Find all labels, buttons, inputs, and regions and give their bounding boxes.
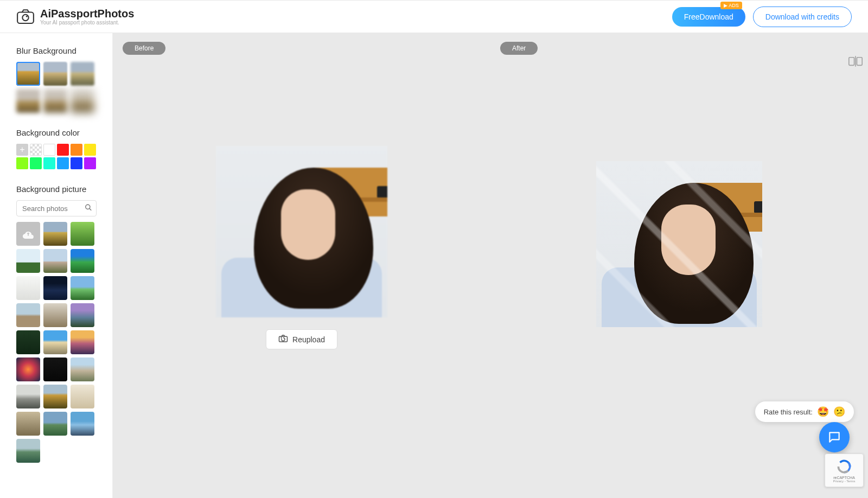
- header-actions: FreeDownload ▶ ADS Download with credits: [672, 7, 852, 27]
- bg-picture-title: Background picture: [16, 184, 104, 194]
- bg-pic-1[interactable]: [43, 222, 67, 246]
- blur-level-5[interactable]: [43, 89, 67, 113]
- bg-pic-16[interactable]: [43, 357, 67, 381]
- blur-level-4[interactable]: [16, 89, 40, 113]
- search-box: [16, 200, 97, 216]
- download-credits-button[interactable]: Download with credits: [753, 7, 852, 27]
- blur-level-2[interactable]: [43, 62, 67, 86]
- bg-pic-10[interactable]: [43, 303, 67, 327]
- blur-level-3[interactable]: [71, 62, 94, 86]
- header: AiPassportPhotos Your AI passport photo …: [0, 0, 868, 33]
- bg-pic-18[interactable]: [16, 385, 40, 408]
- bg-pic-4[interactable]: [43, 249, 67, 273]
- reupload-button[interactable]: Reupload: [266, 329, 337, 349]
- bg-pic-5[interactable]: [71, 249, 94, 273]
- bg-pic-22[interactable]: [43, 412, 67, 436]
- recaptcha-label: reCAPTCHA: [833, 476, 855, 480]
- color-green[interactable]: [30, 157, 42, 169]
- rate-result-bubble: Rate this result: 🤩 😕: [755, 401, 854, 422]
- bg-pic-6[interactable]: [16, 276, 40, 300]
- svg-point-2: [26, 15, 28, 17]
- camera-reload-icon: [278, 334, 288, 344]
- section-bg-picture: Background picture: [16, 184, 104, 463]
- free-download-label: FreeDownload: [684, 12, 733, 21]
- rate-text: Rate this result:: [764, 408, 813, 416]
- logo-subtitle: Your AI passport photo assistant.: [40, 20, 134, 25]
- svg-rect-0: [17, 12, 34, 23]
- color-sky[interactable]: [57, 157, 69, 169]
- reupload-label: Reupload: [292, 335, 325, 344]
- color-white[interactable]: [43, 144, 55, 156]
- color-transparent[interactable]: [30, 144, 42, 156]
- chat-button[interactable]: [819, 422, 850, 452]
- section-blur-bg: Blur Background: [16, 46, 104, 113]
- color-red[interactable]: [57, 144, 69, 156]
- before-image: [216, 146, 387, 317]
- recaptcha-sublabel: Privacy - Terms: [833, 480, 855, 483]
- bg-pic-2[interactable]: [71, 222, 94, 246]
- bg-pic-7[interactable]: [43, 276, 67, 300]
- bg-pic-9[interactable]: [16, 303, 40, 327]
- color-yellow[interactable]: [84, 144, 96, 156]
- blur-level-6[interactable]: [71, 89, 94, 113]
- color-cyan[interactable]: [43, 157, 55, 169]
- ads-badge: ▶ ADS: [720, 2, 742, 9]
- bg-pic-15[interactable]: [16, 357, 40, 381]
- free-download-button[interactable]: FreeDownload ▶ ADS: [672, 7, 745, 27]
- panel-before: Before: [113, 33, 490, 498]
- bg-pic-23[interactable]: [71, 412, 94, 436]
- color-blue[interactable]: [71, 157, 82, 169]
- blur-bg-title: Blur Background: [16, 46, 104, 55]
- bg-pic-17[interactable]: [71, 357, 94, 381]
- rate-good-emoji[interactable]: 🤩: [817, 406, 829, 418]
- color-purple[interactable]: [84, 157, 96, 169]
- bg-pic-14[interactable]: [71, 330, 94, 354]
- logo-title: AiPassportPhotos: [40, 8, 134, 20]
- rate-bad-emoji[interactable]: 😕: [833, 406, 845, 418]
- search-input[interactable]: [16, 200, 97, 216]
- ads-badge-text: ADS: [729, 3, 739, 8]
- color-add-button[interactable]: +: [16, 144, 28, 156]
- blur-level-1[interactable]: [16, 62, 40, 86]
- bg-pic-20[interactable]: [71, 385, 94, 408]
- bg-pic-3[interactable]: [16, 249, 40, 273]
- bg-pic-19[interactable]: [43, 385, 67, 408]
- section-bg-color: Background color +: [16, 128, 104, 169]
- logo[interactable]: AiPassportPhotos Your AI passport photo …: [16, 8, 134, 25]
- bg-pic-12[interactable]: [16, 330, 40, 354]
- after-label: After: [500, 42, 538, 55]
- bg-pic-upload[interactable]: [16, 222, 40, 246]
- camera-icon: [16, 9, 35, 25]
- color-orange[interactable]: [71, 144, 82, 156]
- recaptcha-badge[interactable]: reCAPTCHA Privacy - Terms: [825, 454, 864, 487]
- before-label: Before: [123, 42, 165, 55]
- bg-pic-21[interactable]: [16, 412, 40, 436]
- bg-pic-24[interactable]: [16, 439, 40, 463]
- bg-pic-11[interactable]: [71, 303, 94, 327]
- color-lime[interactable]: [16, 157, 28, 169]
- bg-color-title: Background color: [16, 128, 104, 137]
- bg-pic-8[interactable]: [71, 276, 94, 300]
- svg-point-1: [22, 14, 28, 20]
- content: Before: [113, 33, 868, 498]
- sidebar: Blur Background Background color +: [0, 33, 113, 498]
- bg-pic-13[interactable]: [43, 330, 67, 354]
- after-image: [596, 161, 762, 327]
- panel-after: After: [490, 33, 868, 498]
